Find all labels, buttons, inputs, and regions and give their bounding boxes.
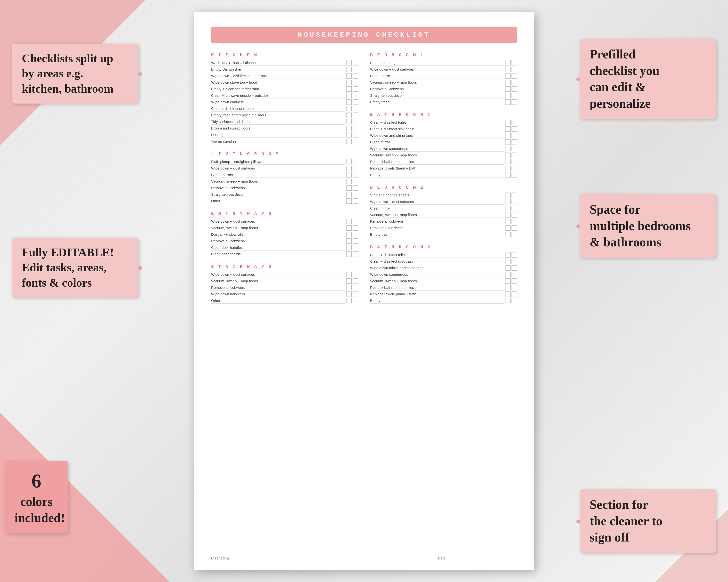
task-box[interactable] — [505, 120, 511, 125]
task-box[interactable] — [512, 60, 517, 65]
task-box[interactable] — [505, 206, 511, 211]
task-box[interactable] — [512, 133, 517, 138]
task-box[interactable] — [512, 93, 517, 98]
cleaned-by-line[interactable] — [233, 555, 301, 560]
task-box[interactable] — [346, 93, 352, 98]
task-box[interactable] — [512, 73, 517, 79]
task-box[interactable] — [505, 166, 511, 171]
task-box[interactable] — [353, 106, 358, 111]
task-box[interactable] — [505, 298, 511, 303]
task-box[interactable] — [353, 172, 358, 177]
task-box[interactable] — [512, 212, 517, 218]
task-box[interactable] — [346, 166, 352, 171]
task-box[interactable] — [505, 172, 511, 177]
task-box[interactable] — [512, 193, 517, 198]
task-box[interactable] — [505, 199, 511, 204]
task-box[interactable] — [505, 219, 511, 224]
task-box[interactable] — [353, 139, 358, 144]
task-box[interactable] — [512, 126, 517, 132]
task-box[interactable] — [346, 73, 352, 79]
task-box[interactable] — [353, 285, 358, 290]
task-box[interactable] — [505, 80, 511, 85]
task-box[interactable] — [505, 159, 511, 164]
task-box[interactable] — [353, 192, 358, 197]
task-box[interactable] — [346, 198, 352, 204]
task-box[interactable] — [512, 120, 517, 125]
task-box[interactable] — [505, 259, 511, 264]
task-box[interactable] — [346, 113, 352, 118]
task-box[interactable] — [346, 100, 352, 105]
task-box[interactable] — [353, 272, 358, 277]
task-box[interactable] — [505, 225, 511, 231]
task-box[interactable] — [353, 179, 358, 184]
task-box[interactable] — [353, 113, 358, 118]
task-box[interactable] — [512, 206, 517, 211]
task-box[interactable] — [353, 198, 358, 204]
task-box[interactable] — [346, 245, 352, 250]
task-box[interactable] — [346, 172, 352, 177]
task-box[interactable] — [505, 86, 511, 92]
task-box[interactable] — [505, 265, 511, 271]
task-box[interactable] — [346, 86, 352, 92]
task-box[interactable] — [353, 67, 358, 72]
task-box[interactable] — [505, 278, 511, 284]
task-box[interactable] — [505, 272, 511, 277]
task-box[interactable] — [353, 93, 358, 98]
task-box[interactable] — [505, 153, 511, 158]
task-box[interactable] — [505, 232, 511, 237]
task-box[interactable] — [353, 225, 358, 231]
task-box[interactable] — [512, 80, 517, 85]
task-box[interactable] — [505, 133, 511, 138]
task-box[interactable] — [353, 86, 358, 92]
task-box[interactable] — [353, 73, 358, 79]
task-box[interactable] — [353, 126, 358, 131]
task-box[interactable] — [346, 159, 352, 164]
task-box[interactable] — [353, 132, 358, 138]
task-box[interactable] — [346, 278, 352, 284]
task-box[interactable] — [512, 146, 517, 151]
task-box[interactable] — [346, 232, 352, 237]
task-box[interactable] — [512, 259, 517, 264]
task-box[interactable] — [512, 232, 517, 237]
task-box[interactable] — [512, 225, 517, 231]
task-box[interactable] — [346, 219, 352, 224]
task-box[interactable] — [346, 292, 352, 297]
task-box[interactable] — [512, 67, 517, 72]
task-box[interactable] — [346, 67, 352, 72]
task-box[interactable] — [346, 272, 352, 277]
task-box[interactable] — [346, 119, 352, 124]
task-box[interactable] — [353, 245, 358, 250]
task-box[interactable] — [346, 298, 352, 303]
task-box[interactable] — [346, 251, 352, 257]
task-box[interactable] — [346, 139, 352, 144]
task-box[interactable] — [346, 239, 352, 244]
task-box[interactable] — [346, 192, 352, 197]
task-box[interactable] — [346, 179, 352, 184]
task-box[interactable] — [512, 153, 517, 158]
task-box[interactable] — [505, 100, 511, 105]
task-box[interactable] — [505, 285, 511, 290]
task-box[interactable] — [512, 272, 517, 277]
task-box[interactable] — [346, 60, 352, 65]
task-box[interactable] — [505, 73, 511, 79]
task-box[interactable] — [512, 219, 517, 224]
task-box[interactable] — [353, 100, 358, 105]
task-box[interactable] — [512, 285, 517, 290]
task-box[interactable] — [353, 298, 358, 303]
task-box[interactable] — [353, 239, 358, 244]
task-box[interactable] — [512, 166, 517, 171]
task-box[interactable] — [512, 292, 517, 297]
task-box[interactable] — [512, 252, 517, 257]
task-box[interactable] — [346, 285, 352, 290]
task-box[interactable] — [505, 212, 511, 218]
task-box[interactable] — [505, 139, 511, 145]
task-box[interactable] — [512, 265, 517, 271]
task-box[interactable] — [512, 298, 517, 303]
task-box[interactable] — [512, 172, 517, 177]
task-box[interactable] — [512, 100, 517, 105]
task-box[interactable] — [346, 80, 352, 85]
task-box[interactable] — [346, 225, 352, 231]
task-box[interactable] — [505, 126, 511, 132]
task-box[interactable] — [346, 126, 352, 131]
task-box[interactable] — [505, 193, 511, 198]
